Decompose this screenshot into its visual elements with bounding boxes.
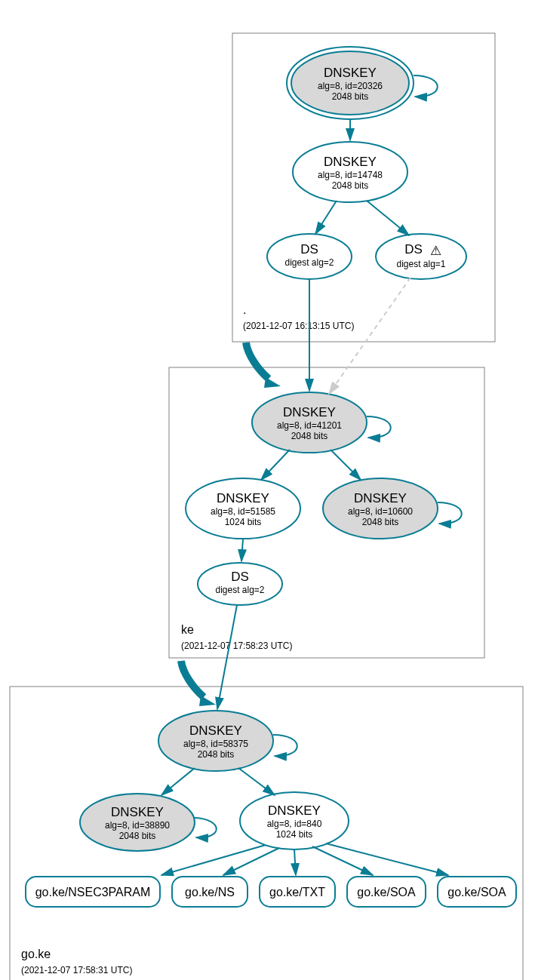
svg-text:DNSKEY: DNSKEY [324, 66, 377, 80]
svg-text:DNSKEY: DNSKEY [354, 491, 407, 505]
svg-text:alg=8, id=10600: alg=8, id=10600 [348, 506, 413, 517]
svg-text:alg=8, id=41201: alg=8, id=41201 [277, 420, 342, 431]
rrset-soa2: go.ke/SOA [438, 877, 516, 907]
svg-text:alg=8, id=38890: alg=8, id=38890 [105, 820, 170, 831]
svg-text:go.ke/SOA: go.ke/SOA [447, 886, 506, 899]
svg-text:2048 bits: 2048 bits [332, 91, 369, 102]
svg-marker-31 [199, 696, 216, 706]
svg-text:2048 bits: 2048 bits [291, 431, 328, 441]
edge-goke-ksk-self [273, 735, 297, 756]
svg-text:go.ke/NS: go.ke/NS [185, 886, 235, 899]
rrset-nsec3param: go.ke/NSEC3PARAM [26, 877, 160, 907]
dnskey-ke-ksk: DNSKEY alg=8, id=41201 2048 bits [252, 392, 367, 453]
ds-root-alg1: DS ⚠ digest alg=1 [376, 234, 466, 279]
edge-root-ksk-self [414, 75, 438, 97]
svg-text:DNSKEY: DNSKEY [217, 491, 269, 505]
svg-text:DNSKEY: DNSKEY [111, 805, 164, 819]
dnskey-goke-ksk: DNSKEY alg=8, id=58375 2048 bits [158, 711, 273, 771]
edge-ke-10600-self [438, 502, 462, 524]
edge-root-zsk-ds2 [367, 201, 409, 235]
svg-text:go.ke/TXT: go.ke/TXT [269, 886, 325, 899]
svg-text:digest alg=2: digest alg=2 [215, 585, 264, 595]
ds-root-alg2: DS digest alg=2 [267, 234, 352, 279]
edge-ds2-ke-ksk [329, 278, 410, 394]
svg-text:DS: DS [231, 570, 249, 584]
svg-text:go.ke/SOA: go.ke/SOA [357, 886, 416, 899]
delegation-ke-goke [181, 661, 204, 697]
svg-text:2048 bits: 2048 bits [198, 749, 235, 760]
zone-ke-name: ke [181, 623, 194, 636]
rrset-soa1: go.ke/SOA [347, 877, 426, 907]
svg-text:alg=8, id=20326: alg=8, id=20326 [318, 81, 383, 91]
svg-text:DNSKEY: DNSKEY [324, 155, 377, 169]
dnskey-ke-zsk: DNSKEY alg=8, id=51585 1024 bits [186, 478, 300, 539]
zone-root-timestamp: (2021-12-07 16:13:15 UTC) [243, 321, 354, 331]
edge-zsk-r4 [312, 846, 373, 875]
zone-goke-timestamp: (2021-12-07 17:58:31 UTC) [21, 965, 132, 975]
svg-text:alg=8, id=14748: alg=8, id=14748 [318, 170, 383, 180]
dnskey-root-ksk: DNSKEY alg=8, id=20326 2048 bits [287, 47, 414, 119]
edge-ke-ksk-self [367, 416, 391, 438]
svg-text:1024 bits: 1024 bits [225, 517, 262, 527]
svg-text:2048 bits: 2048 bits [332, 180, 369, 191]
svg-text:DS: DS [404, 242, 423, 257]
rrset-ns: go.ke/NS [172, 877, 248, 907]
svg-point-12 [376, 234, 466, 279]
dnskey-goke-zsk: DNSKEY alg=8, id=840 1024 bits [240, 792, 349, 849]
svg-text:DS: DS [300, 242, 318, 257]
dnskey-root-zsk: DNSKEY alg=8, id=14748 2048 bits [293, 142, 407, 202]
svg-text:DNSKEY: DNSKEY [189, 723, 242, 738]
dnskey-ke-10600: DNSKEY alg=8, id=10600 2048 bits [323, 478, 438, 539]
rrset-txt: go.ke/TXT [260, 877, 335, 907]
edge-zsk-r5 [326, 843, 448, 875]
svg-text:2048 bits: 2048 bits [119, 831, 156, 841]
dnskey-goke-38890: DNSKEY alg=8, id=38890 2048 bits [80, 794, 195, 851]
svg-text:alg=8, id=840: alg=8, id=840 [267, 819, 322, 829]
edge-zsk-r1 [161, 845, 266, 875]
svg-text:DNSKEY: DNSKEY [283, 405, 336, 419]
edge-root-zsk-ds1 [315, 201, 337, 234]
edge-ke-ksk-10600 [331, 450, 361, 480]
svg-text:DNSKEY: DNSKEY [268, 803, 321, 818]
edge-goke-38890-self [195, 818, 217, 837]
edge-ke-ksk-zsk [261, 450, 290, 480]
edge-ke-zsk-ds [241, 539, 243, 561]
svg-text:alg=8, id=58375: alg=8, id=58375 [183, 739, 248, 749]
edge-goke-ksk-38890 [161, 768, 195, 795]
svg-text:1024 bits: 1024 bits [276, 829, 313, 840]
svg-text:digest alg=1: digest alg=1 [396, 259, 445, 269]
svg-text:go.ke/NSEC3PARAM: go.ke/NSEC3PARAM [35, 886, 151, 899]
ds-ke: DS digest alg=2 [198, 563, 282, 605]
svg-marker-15 [264, 377, 281, 388]
svg-point-9 [267, 234, 352, 279]
svg-text:digest alg=2: digest alg=2 [284, 257, 334, 268]
zone-goke-name: go.ke [21, 948, 51, 960]
edge-zsk-r2 [223, 848, 279, 875]
zone-ke-timestamp: (2021-12-07 17:58:23 UTC) [181, 641, 292, 651]
edge-zsk-r3 [294, 849, 296, 875]
svg-text:alg=8, id=51585: alg=8, id=51585 [211, 506, 275, 517]
svg-text:2048 bits: 2048 bits [362, 517, 399, 527]
warning-icon: ⚠ [430, 244, 441, 258]
edge-goke-ksk-zsk [238, 768, 275, 795]
delegation-root-ke [246, 343, 269, 379]
edge-ds-goke-ksk [217, 605, 237, 709]
zone-root-name: . [243, 303, 246, 316]
